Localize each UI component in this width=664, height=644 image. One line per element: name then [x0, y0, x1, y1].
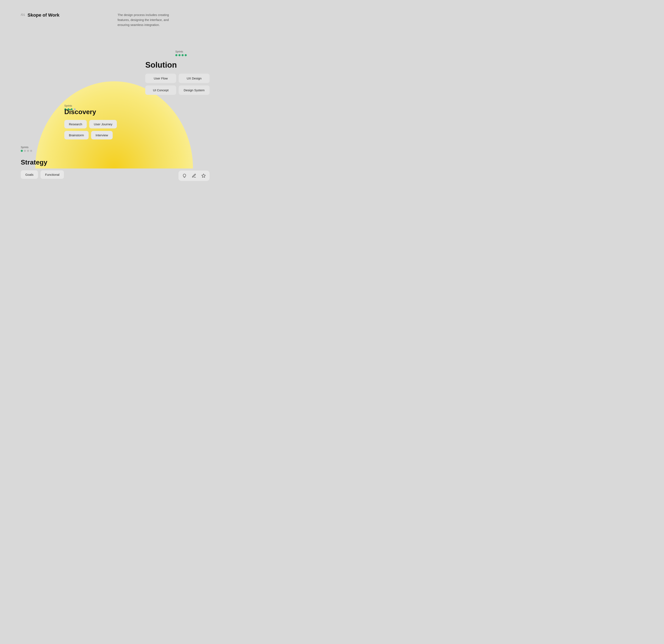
discovery-tags-row2: Brainstorm Interview	[64, 131, 117, 140]
header-section: /01 Skope of Work The design process inc…	[0, 13, 228, 27]
dot-4	[30, 150, 32, 152]
sprints-solution-dots	[175, 54, 187, 56]
tag-design-system[interactable]: Design System	[179, 85, 210, 95]
sprints-solution: Sprints	[175, 50, 187, 56]
sprints-strategy-label: Sprints	[21, 146, 32, 149]
svg-marker-0	[202, 174, 205, 178]
tag-interview[interactable]: Interview	[91, 131, 113, 140]
page-wrapper: /01 Skope of Work The design process inc…	[0, 0, 228, 207]
toolbar	[179, 170, 210, 181]
strategy-section: Strategy Goals Functional	[21, 159, 64, 179]
section-title: Skope of Work	[27, 13, 60, 18]
discovery-section: Discovery Research User Journey Brainsto…	[64, 108, 117, 140]
dot-3	[27, 150, 29, 152]
pen-icon[interactable]	[191, 173, 197, 179]
dot-s3	[182, 54, 184, 56]
star-icon[interactable]	[201, 173, 207, 179]
tag-goals[interactable]: Goals	[21, 170, 38, 179]
solution-heading: Solution	[145, 61, 210, 69]
discovery-tags-row1: Research User Journey	[64, 120, 117, 128]
strategy-tags: Goals Functional	[21, 170, 64, 179]
tag-ui-concept[interactable]: UI Concept	[145, 85, 176, 95]
sprints-discovery-label: Sprints	[64, 104, 76, 107]
dot-s4	[185, 54, 187, 56]
dot-1	[21, 150, 23, 152]
dot-s2	[179, 54, 181, 56]
section-number: /01	[21, 13, 25, 16]
section-description: The design process includes creating fea…	[118, 13, 171, 27]
tag-research[interactable]: Research	[64, 120, 87, 128]
strategy-heading: Strategy	[21, 159, 64, 166]
tag-ux-design[interactable]: UX Design	[179, 74, 210, 83]
tag-user-flow[interactable]: User Flow	[145, 74, 176, 83]
dot-s1	[175, 54, 178, 56]
discovery-heading: Discovery	[64, 108, 117, 116]
main-content: Sprints Strategy Goals Functional Sprint…	[0, 44, 228, 185]
tag-brainstorm[interactable]: Brainstorm	[64, 131, 89, 140]
solution-tags: User Flow UX Design UI Concept Design Sy…	[145, 74, 210, 95]
sprints-solution-label: Sprints	[175, 50, 187, 53]
tag-functional[interactable]: Functional	[40, 170, 64, 179]
tag-user-journey[interactable]: User Journey	[89, 120, 117, 128]
lightbulb-icon[interactable]	[181, 173, 188, 179]
dot-2	[24, 150, 26, 152]
sprints-strategy: Sprints	[21, 146, 32, 152]
solution-section: Solution User Flow UX Design UI Concept …	[145, 61, 210, 95]
sprints-strategy-dots	[21, 150, 32, 152]
